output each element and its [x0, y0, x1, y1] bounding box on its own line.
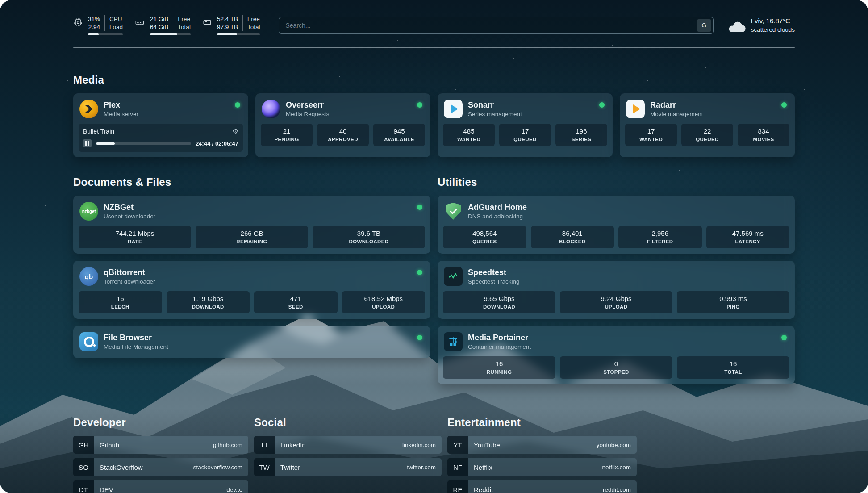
- bookmark-reddit[interactable]: RE Reddit reddit.com: [447, 480, 637, 493]
- settings-gear-icon[interactable]: ⚙: [233, 127, 238, 135]
- bookmark-name: YouTube: [474, 441, 500, 449]
- service-card-radarr[interactable]: Radarr Movie management 17 WANTED 22 QUE…: [620, 93, 795, 157]
- stat-label: WANTED: [445, 137, 493, 142]
- status-dot: [781, 335, 787, 340]
- bookmark-url: linkedin.com: [402, 442, 436, 448]
- service-subtitle: Usenet downloader: [104, 213, 155, 220]
- service-subtitle: Container management: [468, 343, 531, 350]
- stat-value: 16: [445, 360, 554, 368]
- bookmark-youtube[interactable]: YT YouTube youtube.com: [447, 436, 637, 454]
- stat-value: 21: [263, 127, 311, 135]
- ram-metric: 21 GiB 64 GiB Free Total: [134, 15, 191, 35]
- stat-value: 945: [375, 127, 423, 135]
- search-provider-button[interactable]: G: [697, 19, 711, 32]
- section-title-documents: Documents & Files: [73, 176, 430, 188]
- service-card-plex[interactable]: Plex Media server Bullet Train ⚙: [73, 93, 248, 157]
- stat-label: APPROVED: [319, 137, 367, 142]
- stat-value: 196: [557, 127, 605, 135]
- bookmark-name: Reddit: [474, 486, 493, 493]
- weather-widget: Lviv, 16.87°C scattered clouds: [728, 17, 795, 33]
- bookmark-twitter[interactable]: TW Twitter twitter.com: [254, 458, 442, 476]
- service-card-speedtest[interactable]: Speedtest Speedtest Tracking 9.65 Gbps D…: [438, 261, 795, 319]
- search-input[interactable]: [279, 17, 713, 34]
- stat-value: 17: [501, 127, 549, 135]
- bookmark-netflix[interactable]: NF Netflix netflix.com: [447, 458, 637, 476]
- stat-box: 0.993 ms PING: [677, 291, 789, 313]
- stat-box: 834 MOVIES: [738, 124, 789, 146]
- disk-free: 52.4 TB: [217, 15, 238, 23]
- service-card-adguard[interactable]: AdGuard Home DNS and adblocking 498,564 …: [438, 196, 795, 254]
- stat-label: SERIES: [557, 137, 605, 142]
- stat-value: 2,956: [620, 230, 700, 237]
- stat-value: 39.6 TB: [314, 230, 423, 237]
- service-subtitle: DNS and adblocking: [468, 213, 527, 220]
- stat-label: MOVIES: [739, 137, 788, 142]
- section-title-social: Social: [254, 416, 442, 429]
- disk-unit-top: Free: [247, 15, 260, 23]
- stat-box: 17 QUEUED: [499, 124, 551, 146]
- pause-icon[interactable]: [83, 139, 92, 147]
- bookmark-abbr: GH: [73, 436, 94, 454]
- stat-value: 17: [627, 127, 675, 135]
- stat-value: 0: [562, 360, 671, 368]
- bookmark-name: DEV: [100, 486, 113, 493]
- service-title: Speedtest: [468, 268, 520, 277]
- section-title-entertainment: Entertainment: [447, 416, 637, 429]
- stat-label: RATE: [80, 239, 189, 244]
- stat-label: PING: [679, 304, 788, 309]
- bookmark-dev[interactable]: DT DEV dev.to: [73, 480, 248, 493]
- bookmark-abbr: SO: [73, 458, 94, 476]
- radarr-icon: [626, 100, 645, 118]
- cpu-usage-bar: [88, 33, 123, 35]
- cpu-metric: 31% 2.94 CPU Load: [73, 15, 123, 35]
- stat-box: 618.52 Mbps UPLOAD: [342, 291, 426, 313]
- stat-box: 471 SEED: [254, 291, 338, 313]
- disk-icon: [202, 17, 212, 27]
- metric-divider: [173, 15, 173, 31]
- stat-label: TOTAL: [679, 369, 788, 375]
- stat-label: LATENCY: [708, 239, 788, 244]
- status-dot: [235, 102, 240, 108]
- service-card-qbittorrent[interactable]: qb qBittorrent Torrent downloader 16 LEE…: [73, 261, 430, 319]
- bookmark-url: youtube.com: [597, 442, 631, 448]
- stat-label: SEED: [256, 304, 336, 309]
- service-card-sonarr[interactable]: Sonarr Series management 485 WANTED 17 Q…: [438, 93, 613, 157]
- stat-value: 16: [679, 360, 788, 368]
- stat-label: AVAILABLE: [375, 137, 423, 142]
- section-media: Media Plex Media server Bullet Tra: [73, 74, 795, 157]
- stat-box: 2,956 FILTERED: [618, 226, 702, 248]
- stat-box: 1.19 Gbps DOWNLOAD: [167, 291, 250, 313]
- adguard-shield-icon: [444, 202, 463, 221]
- bookmark-url: reddit.com: [603, 486, 631, 493]
- ram-icon: [134, 17, 145, 27]
- bookmark-name: Github: [100, 441, 119, 449]
- ram-free: 21 GiB: [150, 15, 168, 23]
- stat-box: 16 RUNNING: [443, 356, 555, 379]
- dashboard-screen: 31% 2.94 CPU Load: [0, 0, 868, 493]
- playback-progress-bar[interactable]: [96, 142, 191, 145]
- stat-value: 9.65 Gbps: [445, 295, 554, 302]
- stat-value: 22: [683, 127, 731, 135]
- bookmark-github[interactable]: GH Github github.com: [73, 436, 248, 454]
- speedtest-icon: [444, 267, 463, 286]
- service-title: AdGuard Home: [468, 203, 527, 212]
- stat-box: 266 GB REMAINING: [196, 226, 308, 248]
- stat-label: UPLOAD: [562, 304, 671, 309]
- service-card-filebrowser[interactable]: File Browser Media File Management: [73, 326, 430, 358]
- bookmark-stackoverflow[interactable]: SO StackOverflow stackoverflow.com: [73, 458, 248, 476]
- stat-box: 9.24 Gbps UPLOAD: [560, 291, 672, 313]
- status-dot: [599, 102, 605, 108]
- service-card-portainer[interactable]: Media Portainer Container management 16 …: [438, 326, 795, 384]
- stat-label: UPLOAD: [344, 304, 424, 309]
- stat-value: 471: [256, 295, 336, 302]
- disk-usage-bar: [217, 33, 260, 35]
- bookmark-group-developer: Developer GH Github github.com SO StackO…: [73, 416, 248, 493]
- section-title-developer: Developer: [73, 416, 248, 429]
- bookmark-linkedin[interactable]: LI LinkedIn linkedin.com: [254, 436, 442, 454]
- service-card-overseerr[interactable]: Overseerr Media Requests 21 PENDING 40 A…: [255, 93, 430, 157]
- bookmark-abbr: LI: [254, 436, 275, 454]
- stat-box: 9.65 Gbps DOWNLOAD: [443, 291, 555, 313]
- stat-box: 498,564 QUERIES: [443, 226, 526, 248]
- qbittorrent-icon: qb: [79, 267, 98, 286]
- service-card-nzbget[interactable]: nzbget NZBGet Usenet downloader 744.21 M…: [73, 196, 430, 254]
